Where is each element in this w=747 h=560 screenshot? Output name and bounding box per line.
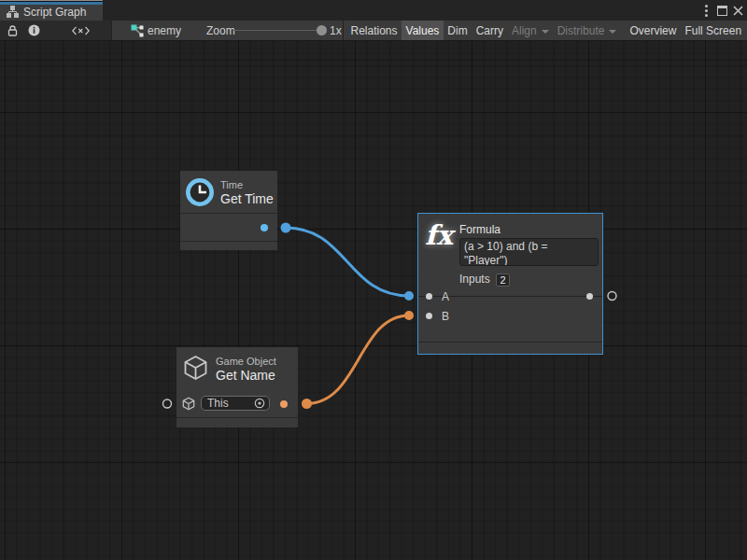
edge-blue-start-dot bbox=[281, 223, 291, 233]
window-controls bbox=[699, 0, 747, 21]
edge-blue-end-dot bbox=[404, 291, 414, 301]
lock-icon[interactable] bbox=[5, 21, 20, 40]
script-graph-icon bbox=[7, 6, 19, 18]
edge-getname-to-formula[interactable] bbox=[307, 315, 410, 404]
distribute-button[interactable]: Distribute bbox=[553, 21, 621, 40]
formula-title: Formula bbox=[459, 223, 500, 236]
tab-script-graph[interactable]: Script Graph bbox=[0, 0, 103, 21]
info-icon[interactable] bbox=[26, 21, 41, 40]
node-get-name[interactable]: Game Object Get Name This bbox=[176, 347, 298, 427]
formula-inputs-label: Inputs bbox=[459, 273, 490, 286]
carry-button[interactable]: Carry bbox=[472, 21, 507, 40]
node-formula[interactable]: fx Formula (a > 10) and (b = "Player") I… bbox=[417, 213, 603, 355]
get-time-header: Time Get Time bbox=[180, 171, 277, 213]
clock-icon bbox=[186, 178, 214, 206]
graph-breadcrumb-icon bbox=[131, 21, 144, 40]
get-name-output-port[interactable] bbox=[280, 400, 288, 408]
overview-button[interactable]: Overview bbox=[626, 21, 681, 40]
game-object-cube-icon bbox=[183, 355, 208, 381]
zoom-slider-knob[interactable] bbox=[317, 25, 327, 35]
edge-time-to-formula[interactable] bbox=[286, 228, 409, 296]
formula-expression-input[interactable]: (a > 10) and (b = "Player") bbox=[459, 238, 599, 266]
values-button[interactable]: Values bbox=[402, 21, 444, 40]
formula-port-b-label: B bbox=[442, 310, 449, 323]
window-menu-icon[interactable] bbox=[699, 2, 712, 19]
tab-label: Script Graph bbox=[23, 4, 86, 19]
formula-inputs-count-input[interactable]: 2 bbox=[496, 273, 510, 287]
node-get-time[interactable]: Time Get Time bbox=[180, 171, 277, 250]
getname-input-unconnected-port[interactable] bbox=[163, 399, 172, 408]
zoom-value: 1x bbox=[330, 21, 342, 40]
get-time-category: Time bbox=[220, 179, 274, 191]
close-icon[interactable] bbox=[731, 2, 744, 19]
maximize-icon[interactable] bbox=[715, 2, 728, 19]
dim-button[interactable]: Dim bbox=[444, 21, 472, 40]
graph-canvas[interactable]: Time Get Time fx Formula (a > 10) and (b… bbox=[0, 41, 747, 560]
target-object-value: This bbox=[207, 397, 254, 410]
align-caret-icon bbox=[542, 30, 549, 34]
toolbar: enemy Zoom 1x Relations Values Dim Carry… bbox=[0, 21, 747, 41]
distribute-caret-icon bbox=[609, 30, 616, 34]
formula-input-port-b[interactable] bbox=[426, 313, 432, 319]
get-time-title: Get Time bbox=[220, 191, 274, 206]
zoom-slider-track[interactable] bbox=[233, 30, 326, 31]
edge-orange-start-dot bbox=[302, 399, 312, 409]
formula-output-unconnected-port[interactable] bbox=[608, 292, 616, 301]
get-name-category: Game Object bbox=[216, 356, 276, 368]
code-view-icon[interactable] bbox=[71, 21, 90, 40]
relations-button[interactable]: Relations bbox=[346, 21, 402, 40]
target-object-field[interactable]: This bbox=[201, 396, 270, 411]
get-time-output-port[interactable] bbox=[261, 224, 268, 231]
formula-input-port-a[interactable] bbox=[426, 293, 432, 300]
zoom-label: Zoom bbox=[206, 21, 235, 40]
edge-layer bbox=[0, 41, 747, 560]
edge-orange-end-dot bbox=[404, 311, 414, 320]
script-graph-window: Script Graph bbox=[0, 0, 747, 560]
tab-bar: Script Graph bbox=[0, 0, 747, 21]
align-button[interactable]: Align bbox=[508, 21, 554, 40]
formula-fx-icon: fx bbox=[425, 219, 457, 257]
formula-output-port[interactable] bbox=[586, 293, 593, 300]
toolbar-buttons: Relations Values Dim Carry Align Distrib… bbox=[346, 21, 746, 40]
target-cube-icon bbox=[182, 397, 195, 411]
formula-port-a-label: A bbox=[442, 290, 449, 303]
graph-name[interactable]: enemy bbox=[148, 21, 181, 40]
toolbar-main: enemy Zoom 1x Relations Values Dim Carry… bbox=[112, 21, 747, 40]
get-name-title: Get Name bbox=[216, 368, 276, 383]
fullscreen-button[interactable]: Full Screen bbox=[681, 21, 746, 40]
object-picker-icon[interactable] bbox=[254, 398, 265, 409]
